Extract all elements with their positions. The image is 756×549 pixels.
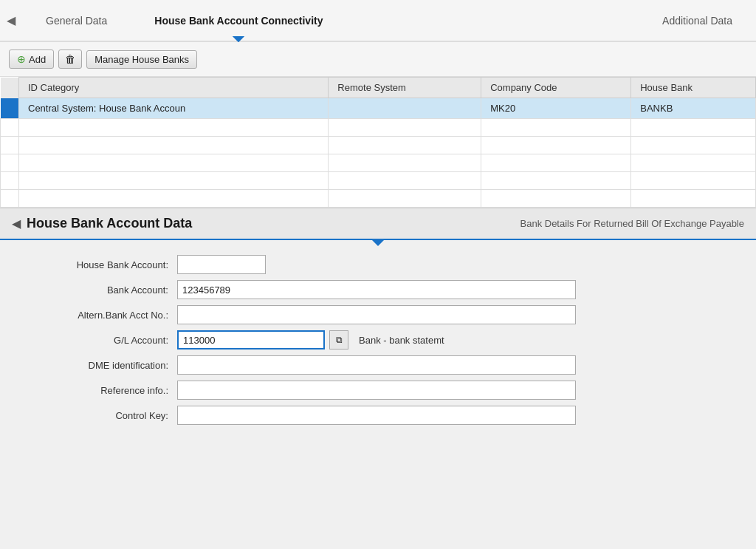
label-house-bank-account: House Bank Account: [30,259,177,270]
label-bank-account: Bank Account: [30,284,177,296]
form-row-bank-account: Bank Account: [0,280,756,299]
toolbar: ⊕ Add 🗑 Manage House Banks [0,42,756,77]
add-button[interactable]: ⊕ Add [9,50,54,69]
table-row[interactable] [1,154,756,172]
cell-remote-system [329,98,481,119]
cell-company-code: MK20 [481,98,631,119]
input-control-key[interactable] [177,406,576,425]
label-altern-bank-acct: Altern.Bank Acct No.: [30,310,177,321]
table-row[interactable] [1,190,756,208]
nav-back-button[interactable]: ◀ [0,13,22,27]
input-bank-account[interactable] [177,280,576,299]
label-control-key: Control Key: [30,410,177,421]
label-gl-account: G/L Account: [30,335,177,346]
section2-arrow-indicator [372,240,384,246]
label-reference-info: Reference info.: [30,385,177,396]
delete-button[interactable]: 🗑 [58,50,82,69]
label-dme-identification: DME identification: [30,360,177,371]
form-row-dme-identification: DME identification: [0,355,756,375]
top-navigation: ◀ General Data House Bank Account Connec… [0,0,756,42]
add-icon: ⊕ [17,53,26,65]
connectivity-section: ⊕ Add 🗑 Manage House Banks ID Category R… [0,42,756,208]
input-house-bank-account[interactable] [177,255,266,274]
gl-account-copy-button[interactable]: ⧉ [329,330,348,349]
house-bank-account-data-section: ◀ House Bank Account Data Bank Details F… [0,208,756,446]
form-row-gl-account: G/L Account: ⧉ Bank - bank statemt [0,330,756,349]
active-tab-indicator [233,36,244,42]
form-row-altern-bank-acct: Altern.Bank Acct No.: [0,305,756,324]
input-reference-info[interactable] [177,381,576,400]
cell-house-bank: BANKB [631,98,756,119]
section2-header: ◀ House Bank Account Data Bank Details F… [0,208,756,240]
table-row[interactable] [1,172,756,190]
form-row-reference-info: Reference info.: [0,381,756,400]
section2-title: House Bank Account Data [27,216,192,231]
connectivity-table: ID Category Remote System Company Code H… [0,77,756,208]
input-dme-identification[interactable] [177,355,576,375]
section2-collapse-button[interactable]: ◀ [12,216,21,231]
form-row-control-key: Control Key: [0,406,756,425]
col-company-code: Company Code [481,78,631,98]
col-id-category: ID Category [19,78,329,98]
gl-account-label: Bank - bank statemt [359,335,444,346]
cell-id-category: Central System: House Bank Accoun [19,98,329,119]
col-remote-system: Remote System [329,78,481,98]
copy-icon: ⧉ [336,335,343,345]
col-house-bank: House Bank [631,78,756,98]
section2-subtitle: Bank Details For Returned Bill Of Exchan… [520,218,745,229]
form-row-house-bank-account: House Bank Account: [0,255,756,274]
tab-additional-data[interactable]: Additional Data [639,0,756,41]
tab-connectivity[interactable]: House Bank Account Connectivity [131,0,346,41]
input-gl-account[interactable] [177,330,325,349]
input-altern-bank-acct[interactable] [177,305,576,324]
tab-general-data[interactable]: General Data [22,0,131,41]
delete-icon: 🗑 [65,53,75,65]
manage-house-banks-button[interactable]: Manage House Banks [86,50,197,69]
table-row[interactable] [1,119,756,137]
table-row[interactable]: Central System: House Bank Accoun MK20 B… [1,98,756,119]
gl-account-group: ⧉ Bank - bank statemt [177,330,444,349]
form-area: House Bank Account: Bank Account: Altern… [0,240,756,446]
table-row[interactable] [1,137,756,154]
